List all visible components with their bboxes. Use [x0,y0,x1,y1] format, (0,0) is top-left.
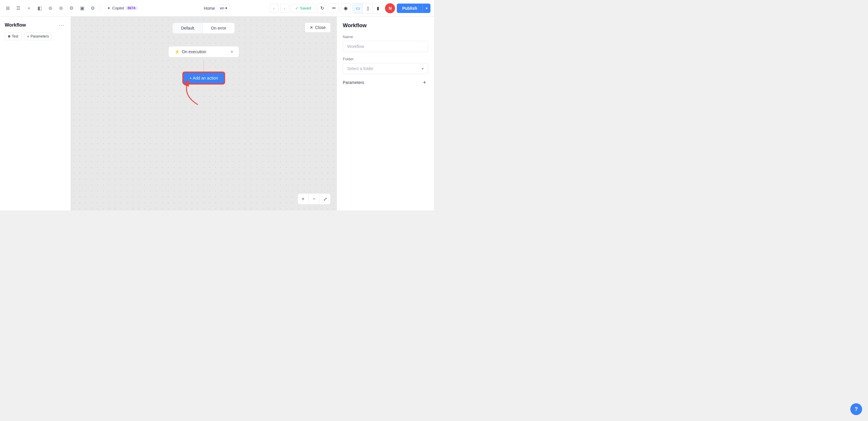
workflow-tabs: Default On error [173,23,235,34]
left-panel: Workflow ⋯ Test ≡ Parameters [0,17,71,210]
device-buttons: ▭ ▯ ▮ [352,3,383,13]
copilot-label: Copilot [112,6,124,10]
test-label: Test [12,34,18,38]
close-button[interactable]: ✕ Close [305,23,331,32]
folder-select[interactable]: Select a folder ▾ [343,63,428,74]
publish-label: Publish [397,4,423,13]
left-panel-title: Workflow [5,23,26,28]
preview-button[interactable]: ◉ [341,3,351,13]
list-icon[interactable]: ☰ [14,4,23,12]
lang-label: en [220,6,224,10]
desktop-button[interactable]: ▭ [353,3,363,13]
name-input[interactable]: Workflow [343,41,428,52]
tab-on-error[interactable]: On error [203,23,235,33]
copilot-icon: ✦ [107,6,111,10]
nav-right: ‹ › ✓ Saved ↻ ✏ ◉ ▭ ▯ ▮ N Publish ▾ [270,3,430,13]
test-dot-icon [8,35,10,37]
layers-icon[interactable]: ⊜ [46,4,54,12]
parameters-button[interactable]: ≡ Parameters [24,32,52,40]
back-button[interactable]: ‹ [270,4,278,13]
zoom-out-button[interactable]: − [309,194,319,204]
execution-label: On execution [182,49,206,54]
publish-dropdown-icon[interactable]: ▾ [423,4,430,13]
zoom-in-button[interactable]: + [298,194,309,204]
navbar: ⊞ ☰ + ◧ ⊜ ⊚ ⚙ ▣ ⚙ ✦ Copilot BETA Home en… [0,0,434,17]
name-field-label: Name [343,35,428,39]
tab-default[interactable]: Default [173,23,202,33]
edit-button[interactable]: ✏ [329,3,339,13]
settings-icon[interactable]: ⚙ [89,4,97,12]
folder-placeholder: Select a folder [347,66,374,71]
bolt-icon: ⚡ [175,49,180,54]
panel-actions: Test ≡ Parameters [5,32,66,40]
saved-label: Saved [300,6,311,10]
nav-divider-1 [100,5,101,11]
nav-center: Home en ▾ [204,4,230,12]
execution-chevron-icon: ▾ [231,49,233,54]
folder-field-label: Folder [343,57,428,61]
parameters-icon: ≡ [27,35,29,38]
add-action-button[interactable]: + Add an action [183,72,225,84]
add-parameter-button[interactable]: + [421,79,428,86]
beta-badge: BETA [126,6,137,10]
forward-button[interactable]: › [280,4,289,13]
copilot-badge[interactable]: ✦ Copilot BETA [104,5,140,11]
puzzle-icon[interactable]: ⚙ [67,4,75,12]
lang-select[interactable]: en ▾ [217,4,230,12]
name-placeholder: Workflow [347,44,364,49]
avatar[interactable]: N [385,3,395,13]
users-icon[interactable]: ⊚ [57,4,65,12]
plus-icon[interactable]: + [25,4,33,12]
lang-chevron-icon: ▾ [225,6,227,10]
more-options-button[interactable]: ⋯ [57,21,66,29]
add-action-label: + Add an action [190,76,218,80]
right-panel-title: Workflow [343,23,428,29]
connector-line [204,60,204,72]
canvas-area[interactable]: Default On error ✕ Close ⚡ On execution … [71,17,337,210]
refresh-button[interactable]: ↻ [317,3,327,13]
close-icon: ✕ [310,25,313,30]
tablet-button[interactable]: ▯ [363,3,373,13]
folder-chevron-icon: ▾ [422,66,424,71]
parameters-row: Parameters + [343,79,428,86]
execution-node[interactable]: ⚡ On execution ▾ [168,46,239,57]
main-layout: Workflow ⋯ Test ≡ Parameters Default On … [0,17,434,210]
test-button[interactable]: Test [5,32,22,40]
publish-button[interactable]: Publish ▾ [397,4,430,13]
inbox-icon[interactable]: ▣ [78,4,86,12]
mobile-button[interactable]: ▮ [373,3,383,13]
saved-check-icon: ✓ [295,6,299,10]
right-panel: Workflow Name Workflow Folder Select a f… [337,17,434,210]
doc-icon[interactable]: ◧ [35,4,44,12]
left-panel-header: Workflow ⋯ [5,21,66,29]
close-label: Close [315,25,326,30]
zoom-controls: + − ⤢ [298,193,331,204]
grid-icon[interactable]: ⊞ [4,4,12,12]
home-label: Home [204,6,215,11]
parameters-label: Parameters [30,34,49,38]
saved-button[interactable]: ✓ Saved [291,4,316,12]
zoom-fit-button[interactable]: ⤢ [320,194,330,204]
parameters-section-label: Parameters [343,80,364,85]
